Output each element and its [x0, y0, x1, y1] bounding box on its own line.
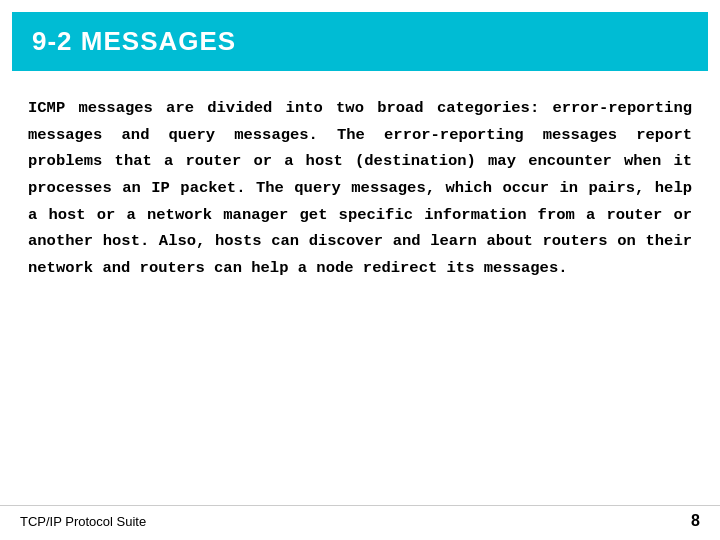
body-paragraph: ICMP messages are divided into two broad…	[28, 95, 692, 282]
footer-label: TCP/IP Protocol Suite	[20, 514, 146, 529]
footer: TCP/IP Protocol Suite 8	[0, 505, 720, 540]
slide: 9-2 MESSAGES ICMP messages are divided i…	[0, 0, 720, 540]
content-area: ICMP messages are divided into two broad…	[0, 71, 720, 505]
page-number: 8	[691, 512, 700, 530]
slide-title: 9-2 MESSAGES	[32, 26, 236, 56]
header-bar: 9-2 MESSAGES	[12, 12, 708, 71]
